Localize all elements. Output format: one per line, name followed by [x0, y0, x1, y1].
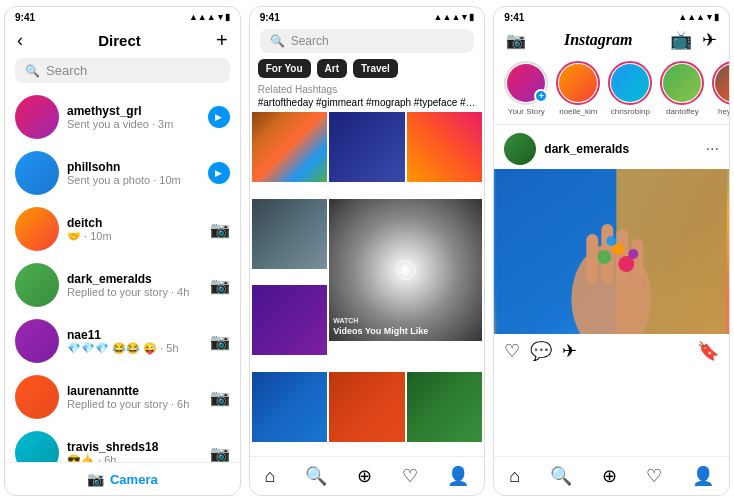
grid-cell[interactable] [329, 112, 405, 182]
story-avatar [556, 61, 600, 105]
explore-grid: ▶ WATCH Videos You Might Like [250, 112, 485, 456]
search-icon[interactable]: 🔍 [305, 465, 327, 487]
story-label: dantoffey [666, 107, 699, 116]
dm-name: amethyst_grl [67, 104, 200, 118]
dm-preview: Sent you a photo · 10m [67, 174, 200, 186]
camera-icon: 📷 [210, 388, 230, 407]
grid-cell[interactable] [252, 285, 328, 355]
dm-name: nae11 [67, 328, 202, 342]
dm-name: deitch [67, 216, 202, 230]
post-image-svg [494, 169, 729, 334]
status-bar-1: 9:41 ▲▲▲ ▾ ▮ [5, 7, 240, 25]
dm-name: laurenanntte [67, 384, 202, 398]
heart-icon[interactable]: ♡ [402, 465, 418, 487]
story-avatar [712, 61, 729, 105]
send-icon[interactable]: ✈ [702, 29, 717, 51]
bookmark-icon[interactable]: 🔖 [697, 340, 719, 362]
post-actions: ♡ 💬 ✈ 🔖 [494, 334, 729, 366]
home-icon[interactable]: ⌂ [509, 466, 520, 487]
story-item[interactable]: dantoffey [660, 61, 704, 116]
panel-direct-messages: 9:41 ▲▲▲ ▾ ▮ ‹ Direct + 🔍 Search amethys… [4, 6, 241, 496]
page-title: Direct [98, 32, 141, 49]
home-icon[interactable]: ⌂ [265, 466, 276, 487]
list-item[interactable]: deitch 🤝 · 10m 📷 [5, 201, 240, 257]
signal-icon: ▲▲▲ [434, 12, 461, 22]
story-item[interactable]: chrisrobinp [608, 61, 652, 116]
add-dm-button[interactable]: + [216, 29, 228, 52]
back-button[interactable]: ‹ [17, 30, 23, 51]
post-more-button[interactable]: ··· [706, 140, 719, 158]
list-item[interactable]: nae11 💎💎💎 😂😂 😜 · 5h 📷 [5, 313, 240, 369]
avatar-inner [611, 64, 649, 102]
grid-cell[interactable] [252, 372, 328, 442]
story-item[interactable]: heyach... [712, 61, 729, 116]
dm-preview: 💎💎💎 😂😂 😜 · 5h [67, 342, 202, 355]
grid-cell[interactable] [252, 199, 328, 269]
list-item[interactable]: travis_shreds18 😎🤙 · 6h 📷 [5, 425, 240, 462]
grid-cell-large[interactable]: ▶ WATCH Videos You Might Like [329, 199, 482, 341]
watch-title: Videos You Might Like [333, 326, 428, 337]
dm-info: phillsohn Sent you a photo · 10m [67, 160, 200, 186]
list-item[interactable]: phillsohn Sent you a photo · 10m ▶ [5, 145, 240, 201]
search-icon[interactable]: 🔍 [550, 465, 572, 487]
svg-point-10 [629, 249, 639, 259]
post-username: dark_emeralds [544, 142, 697, 156]
status-time-3: 9:41 [504, 12, 524, 23]
search-bar[interactable]: 🔍 Search [15, 58, 230, 83]
story-avatar [660, 61, 704, 105]
svg-point-11 [607, 236, 617, 246]
add-icon[interactable]: ⊕ [602, 465, 617, 487]
camera-icon[interactable]: 📷 [506, 31, 526, 50]
dm-info: travis_shreds18 😎🤙 · 6h [67, 440, 202, 463]
dm-list: amethyst_grl Sent you a video · 3m ▶ phi… [5, 89, 240, 462]
profile-icon[interactable]: 👤 [692, 465, 714, 487]
play-button[interactable]: ▶ [208, 106, 230, 128]
profile-icon[interactable]: 👤 [447, 465, 469, 487]
tab-for-you[interactable]: For You [258, 59, 311, 78]
search-placeholder: Search [291, 34, 329, 48]
story-label: Your Story [508, 107, 545, 116]
dm-preview: Replied to your story · 6h [67, 398, 202, 410]
dm-preview: 🤝 · 10m [67, 230, 202, 243]
add-story-button[interactable]: + [534, 89, 548, 103]
signal-icon: ▲▲▲ [189, 12, 216, 22]
bottom-nav: ⌂ 🔍 ⊕ ♡ 👤 [250, 456, 485, 495]
status-time-1: 9:41 [15, 12, 35, 23]
dm-name: travis_shreds18 [67, 440, 202, 454]
grid-cell[interactable] [329, 372, 405, 442]
grid-cell[interactable] [407, 372, 483, 442]
post-user-avatar [504, 133, 536, 165]
battery-icon: ▮ [225, 12, 230, 22]
grid-cell[interactable] [407, 112, 483, 182]
play-button[interactable]: ▶ [208, 162, 230, 184]
camera-footer[interactable]: 📷 Camera [5, 462, 240, 495]
feed-bottom-nav: ⌂ 🔍 ⊕ ♡ 👤 [494, 456, 729, 495]
add-icon[interactable]: ⊕ [357, 465, 372, 487]
comment-icon[interactable]: 💬 [530, 340, 552, 362]
share-icon[interactable]: ✈ [562, 340, 577, 362]
avatar-inner [663, 64, 701, 102]
avatar [15, 431, 59, 462]
camera-icon: 📷 [210, 332, 230, 351]
like-icon[interactable]: ♡ [504, 340, 520, 362]
list-item[interactable]: laurenanntte Replied to your story · 6h … [5, 369, 240, 425]
avatar-inner [715, 64, 729, 102]
tab-travel[interactable]: Travel [353, 59, 398, 78]
tab-art[interactable]: Art [317, 59, 347, 78]
list-item[interactable]: dark_emeralds Replied to your story · 4h… [5, 257, 240, 313]
camera-icon: 📷 [87, 471, 104, 487]
dm-info: dark_emeralds Replied to your story · 4h [67, 272, 202, 298]
list-item[interactable]: amethyst_grl Sent you a video · 3m ▶ [5, 89, 240, 145]
search-icon: 🔍 [270, 34, 285, 48]
stories-row: + Your Story noelle_kim chrisrobinp dant… [494, 57, 729, 125]
svg-rect-3 [587, 234, 599, 284]
heart-icon[interactable]: ♡ [646, 465, 662, 487]
grid-cell[interactable] [252, 112, 328, 182]
tv-icon[interactable]: 📺 [670, 29, 692, 51]
dm-info: nae11 💎💎💎 😂😂 😜 · 5h [67, 328, 202, 355]
feed-header: 📷 Instagram 📺 ✈ [494, 25, 729, 57]
post-header: dark_emeralds ··· [494, 125, 729, 169]
story-item-your[interactable]: + Your Story [504, 61, 548, 116]
story-item[interactable]: noelle_kim [556, 61, 600, 116]
explore-search-bar[interactable]: 🔍 Search [260, 29, 475, 53]
